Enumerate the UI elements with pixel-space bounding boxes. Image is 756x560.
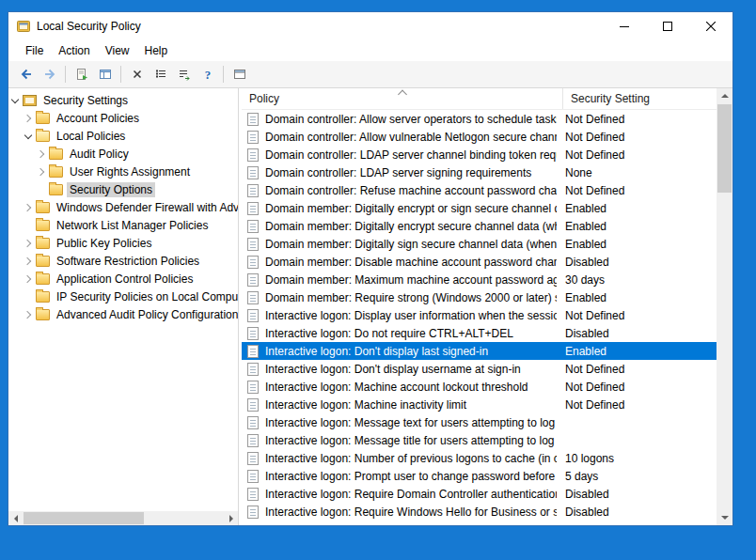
export-list-icon[interactable] <box>172 64 196 86</box>
policy-row[interactable]: Interactive logon: Machine account locko… <box>242 378 717 396</box>
tree-item[interactable]: IP Security Policies on Local Compute <box>8 288 238 305</box>
policy-setting-value: Disabled <box>557 488 717 501</box>
chevron-collapsed-icon[interactable] <box>22 201 35 214</box>
chevron-collapsed-icon[interactable] <box>22 255 35 268</box>
policy-row[interactable]: Domain controller: Allow server operator… <box>242 110 717 128</box>
policy-row[interactable]: Domain controller: LDAP server channel b… <box>242 146 717 163</box>
scroll-up-button[interactable] <box>717 88 732 103</box>
policy-row[interactable]: Domain member: Digitally encrypt or sign… <box>242 199 717 217</box>
minimize-icon <box>620 22 629 31</box>
tree-item[interactable]: Audit Policy <box>8 145 238 163</box>
menu-view[interactable]: View <box>98 41 137 60</box>
policy-row[interactable]: Domain member: Disable machine account p… <box>242 253 717 271</box>
policy-document-icon <box>247 434 259 447</box>
policy-row[interactable]: Interactive logon: Display user informat… <box>242 306 717 324</box>
policy-setting-value: Not Defined <box>557 363 717 376</box>
tree-item-label: User Rights Assignment <box>67 164 193 179</box>
chevron-expanded-icon[interactable] <box>22 130 35 143</box>
policy-name: Domain controller: LDAP server signing r… <box>265 166 557 179</box>
column-header-security-setting[interactable]: Security Setting <box>563 88 717 109</box>
policy-row[interactable]: Interactive logon: Don't display last si… <box>242 342 717 360</box>
policy-row[interactable]: Interactive logon: Prompt user to change… <box>242 467 717 485</box>
tree: Security SettingsAccount PoliciesLocal P… <box>8 91 238 323</box>
policy-row[interactable]: Interactive logon: Do not require CTRL+A… <box>242 324 717 342</box>
tree-item[interactable]: Security Settings <box>8 91 238 109</box>
vertical-scrollbar[interactable] <box>717 88 732 525</box>
tree-item[interactable]: Advanced Audit Policy Configuration <box>8 305 238 323</box>
policy-setting-value: 5 days <box>557 470 717 483</box>
chevron-collapsed-icon[interactable] <box>22 237 35 250</box>
back-icon[interactable] <box>14 64 38 86</box>
title-bar[interactable]: Local Security Policy <box>8 12 732 40</box>
policy-row[interactable]: Domain controller: Refuse machine accoun… <box>242 181 717 199</box>
policy-row[interactable]: Domain controller: Allow vulnerable Netl… <box>242 128 717 146</box>
scroll-right-button[interactable] <box>224 511 238 525</box>
menu-help[interactable]: Help <box>137 41 176 60</box>
policy-setting-value: 10 logons <box>557 452 717 465</box>
new-window-icon[interactable] <box>228 64 251 86</box>
window-controls <box>603 12 732 40</box>
menu-action[interactable]: Action <box>51 41 97 60</box>
chevron-collapsed-icon[interactable] <box>22 272 35 286</box>
chevron-collapsed-icon[interactable] <box>35 165 48 179</box>
policy-name: Domain member: Digitally encrypt or sign… <box>265 202 557 215</box>
policy-setting-value: Not Defined <box>557 113 717 126</box>
folder-icon <box>49 184 63 195</box>
tree-item-label: Windows Defender Firewall with Adva <box>54 200 238 215</box>
tree-item[interactable]: User Rights Assignment <box>8 163 238 180</box>
horizontal-scrollbar[interactable] <box>8 511 238 525</box>
policy-document-icon <box>247 506 259 519</box>
policy-document-icon <box>247 416 259 429</box>
help-icon[interactable]: ? <box>196 64 219 86</box>
scroll-down-button[interactable] <box>717 510 732 525</box>
tree-item[interactable]: Public Key Policies <box>8 234 238 252</box>
policy-row[interactable]: Interactive logon: Number of previous lo… <box>242 449 717 467</box>
desktop: { "window": { "title": "Local Security P… <box>0 0 756 560</box>
close-icon <box>706 22 716 31</box>
chevron-collapsed-icon[interactable] <box>22 308 35 321</box>
policy-row[interactable]: Domain member: Require strong (Windows 2… <box>242 288 717 306</box>
policy-row[interactable]: Domain member: Maximum machine account p… <box>242 271 717 288</box>
policy-document-icon <box>247 309 259 322</box>
console-tree-pane: Security SettingsAccount PoliciesLocal P… <box>8 88 239 525</box>
policy-document-icon <box>247 184 259 197</box>
list-view-icon[interactable] <box>149 64 172 86</box>
policy-document-icon <box>247 398 259 412</box>
column-header-policy[interactable]: Policy <box>242 88 563 109</box>
scroll-left-button[interactable] <box>8 511 23 525</box>
minimize-button[interactable] <box>603 12 646 40</box>
policy-row[interactable]: Domain member: Digitally encrypt secure … <box>242 217 717 235</box>
chevron-collapsed-icon[interactable] <box>35 148 48 161</box>
policy-row[interactable]: Interactive logon: Message text for user… <box>242 413 717 431</box>
tree-item[interactable]: Local Policies <box>8 127 238 145</box>
policy-row[interactable]: Domain controller: LDAP server signing r… <box>242 163 717 181</box>
policy-row[interactable]: Interactive logon: Message title for use… <box>242 431 717 449</box>
policy-row[interactable]: Interactive logon: Require Windows Hello… <box>242 503 717 521</box>
policy-document-icon <box>247 166 259 179</box>
tree-item[interactable]: Software Restriction Policies <box>8 252 238 270</box>
chevron-expanded-icon[interactable] <box>8 94 22 107</box>
policy-row[interactable]: Domain member: Digitally sign secure cha… <box>242 235 717 253</box>
folder-icon <box>36 256 50 267</box>
tree-item[interactable]: Application Control Policies <box>8 270 238 288</box>
policy-list: Domain controller: Allow server operator… <box>242 110 717 525</box>
policy-row[interactable]: Interactive logon: Require Domain Contro… <box>242 485 717 503</box>
folder-icon <box>36 309 50 320</box>
forward-icon[interactable] <box>38 64 61 86</box>
menu-file[interactable]: File <box>18 41 51 60</box>
tree-item-label: Application Control Policies <box>54 272 196 287</box>
delete-icon[interactable] <box>125 64 149 86</box>
tree-item[interactable]: Security Options <box>8 180 238 198</box>
show-console-tree-icon[interactable] <box>93 64 117 86</box>
hscroll-thumb[interactable] <box>24 512 144 524</box>
tree-item[interactable]: Account Policies <box>8 109 238 127</box>
close-button[interactable] <box>689 12 732 40</box>
chevron-collapsed-icon[interactable] <box>22 112 35 125</box>
tree-item[interactable]: Windows Defender Firewall with Adva <box>8 198 238 216</box>
tree-item[interactable]: Network List Manager Policies <box>8 216 238 234</box>
maximize-button[interactable] <box>646 12 689 40</box>
policy-row[interactable]: Interactive logon: Don't display usernam… <box>242 360 717 378</box>
vscroll-thumb[interactable] <box>717 104 732 193</box>
export-icon[interactable] <box>70 64 93 86</box>
policy-row[interactable]: Interactive logon: Machine inactivity li… <box>242 396 717 413</box>
